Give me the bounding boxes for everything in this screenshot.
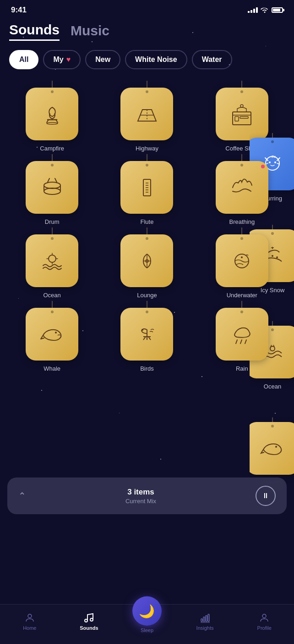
svg-point-9 <box>44 182 60 189</box>
heart-icon: ♥ <box>66 56 71 64</box>
mix-label: Current Mix <box>26 498 256 505</box>
nav-insights-label: Insights <box>196 625 214 631</box>
nav-profile[interactable]: Profile <box>248 612 280 631</box>
filter-water[interactable]: Water <box>192 50 232 69</box>
sound-birds-label: Birds <box>140 365 154 372</box>
svg-point-0 <box>47 122 58 124</box>
status-icons <box>248 6 283 14</box>
sound-ocean[interactable]: Ocean <box>5 230 99 303</box>
sound-birds[interactable]: Birds <box>99 303 194 377</box>
svg-line-29 <box>236 340 237 344</box>
svg-point-40 <box>262 614 266 618</box>
pause-icon: ⏸ <box>262 492 269 500</box>
svg-point-6 <box>269 161 271 163</box>
svg-point-28 <box>142 329 143 331</box>
header-tabs: Sounds Music <box>0 18 294 41</box>
nav-sleep-label: Sleep <box>141 627 153 633</box>
svg-point-2 <box>240 105 243 107</box>
svg-rect-37 <box>203 617 205 622</box>
svg-rect-4 <box>240 117 248 118</box>
nav-profile-label: Profile <box>257 625 272 631</box>
wifi-icon <box>261 6 269 14</box>
svg-point-32 <box>275 446 277 448</box>
mix-chevron-icon[interactable]: ⌃ <box>18 490 26 501</box>
status-bar: 9:41 <box>0 0 294 18</box>
sleep-button[interactable]: 🌙 <box>132 596 162 626</box>
sound-ocean-label: Ocean <box>44 292 61 299</box>
home-icon <box>24 612 35 623</box>
insights-icon <box>200 612 211 623</box>
mix-play-button[interactable]: ⏸ <box>256 486 276 506</box>
mix-info: 3 items Current Mix <box>26 488 256 505</box>
svg-point-26 <box>270 346 275 351</box>
filter-new[interactable]: New <box>85 50 120 69</box>
sound-drum-label: Drum <box>45 218 60 225</box>
nav-sounds[interactable]: Sounds <box>73 612 105 631</box>
nav-insights[interactable]: Insights <box>189 612 221 631</box>
sound-highway[interactable]: Highway <box>99 83 194 156</box>
svg-point-10 <box>44 188 60 194</box>
mix-item-count: 3 items <box>26 488 256 497</box>
svg-rect-3 <box>235 117 239 121</box>
battery-icon <box>272 7 283 13</box>
tab-sounds[interactable]: Sounds <box>9 22 60 41</box>
sound-ocean2-label: Ocean <box>264 383 281 390</box>
sound-flute[interactable]: Flute <box>99 156 194 230</box>
music-note-icon <box>83 612 94 623</box>
nav-home[interactable]: Home <box>14 612 46 631</box>
nav-sleep[interactable]: 🌙 Sleep <box>132 596 162 633</box>
status-time: 9:41 <box>11 6 27 15</box>
sound-drum[interactable]: Drum <box>5 156 99 230</box>
sound-lounge-label: Lounge <box>137 292 157 299</box>
svg-rect-36 <box>201 619 202 622</box>
current-mix-bar[interactable]: ⌃ 3 items Current Mix ⏸ <box>7 477 287 514</box>
sound-highway-label: Highway <box>136 145 158 152</box>
svg-point-33 <box>28 614 32 618</box>
sound-whale-label: Whale <box>44 365 60 372</box>
sound-whale[interactable]: Whale <box>5 303 99 377</box>
moon-icon: 🌙 <box>139 604 155 619</box>
sound-icy-snow-label: Icy Snow <box>261 287 285 294</box>
filter-all[interactable]: All <box>9 50 38 69</box>
filter-whitenoise[interactable]: White Noise <box>125 50 187 69</box>
signal-icon <box>248 7 258 13</box>
sounds-grid: Campfire Highway <box>0 74 294 386</box>
sound-campfire-label: Campfire <box>40 145 64 152</box>
svg-point-22 <box>49 255 56 262</box>
svg-line-31 <box>245 340 246 344</box>
svg-point-27 <box>55 332 57 333</box>
svg-rect-38 <box>206 616 207 622</box>
sound-lounge[interactable]: Lounge <box>99 230 194 303</box>
svg-text:Zz: Zz <box>272 155 276 159</box>
svg-point-25 <box>241 256 243 258</box>
svg-line-30 <box>240 340 242 344</box>
profile-icon <box>259 612 270 623</box>
svg-point-18 <box>272 255 273 257</box>
sound-flute-label: Flute <box>141 218 154 225</box>
sound-campfire[interactable]: Campfire <box>5 83 99 156</box>
filter-my[interactable]: My ♥ <box>43 50 81 69</box>
bottom-nav: Home Sounds 🌙 Sleep Insights Profile <box>0 604 294 644</box>
svg-point-7 <box>274 161 276 163</box>
nav-home-label: Home <box>23 625 36 631</box>
nav-sounds-label: Sounds <box>80 625 98 631</box>
filter-row: All My ♥ New White Noise Water <box>0 41 294 74</box>
svg-rect-39 <box>208 614 209 622</box>
svg-point-35 <box>90 618 93 621</box>
svg-point-34 <box>85 619 87 622</box>
sound-rain-label: Rain <box>236 365 248 372</box>
tab-music[interactable]: Music <box>71 23 109 40</box>
sound-breathing-label: Breathing <box>229 218 255 225</box>
svg-point-19 <box>276 256 278 258</box>
